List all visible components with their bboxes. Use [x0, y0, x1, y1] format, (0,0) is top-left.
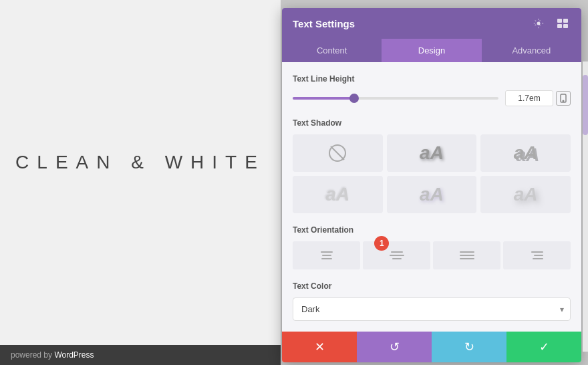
panel-title: Text Settings — [293, 18, 355, 29]
no-shadow-icon — [328, 144, 347, 162]
page-footer: powered by WordPress — [0, 345, 281, 365]
orient-option-center[interactable]: 1 — [363, 241, 430, 269]
shadow-option-2[interactable]: aA — [480, 134, 571, 172]
bottom-toolbar: ✕ ↺ ↻ ✓ — [282, 332, 581, 362]
orient-lines-justify — [460, 251, 474, 259]
device-toggle-icon[interactable] — [556, 91, 571, 106]
shadow-option-5[interactable]: aA — [480, 176, 571, 213]
shadow-option-1[interactable]: aA — [387, 134, 477, 172]
mobile-icon — [559, 94, 568, 103]
svg-point-6 — [563, 100, 564, 102]
layout-icon-button[interactable] — [555, 15, 571, 31]
save-button[interactable]: ✓ — [506, 332, 581, 362]
layout-icon — [557, 19, 568, 28]
orient-option-justify[interactable] — [433, 241, 500, 269]
text-shadow-label: Text Shadow — [293, 118, 571, 128]
slider-value-box — [505, 90, 571, 106]
tab-content[interactable]: Content — [282, 39, 382, 62]
redo-button[interactable]: ↻ — [432, 332, 506, 362]
shadow-option-none[interactable] — [293, 134, 383, 172]
svg-rect-2 — [563, 19, 568, 23]
slider-track[interactable] — [293, 97, 498, 100]
slider-thumb[interactable] — [349, 94, 359, 103]
undo-icon: ↺ — [390, 340, 400, 354]
orient-option-left[interactable] — [293, 241, 360, 269]
text-shadow-section: Text Shadow aA aA aA — [293, 118, 571, 213]
scrollbar-track — [583, 62, 588, 352]
panel-header-icons — [531, 15, 571, 31]
text-orientation-label: Text Orientation — [293, 225, 571, 235]
panel-header: Text Settings — [282, 8, 581, 39]
selection-badge: 1 — [374, 236, 389, 251]
tabs: Content Design Advanced — [282, 39, 581, 62]
text-color-select[interactable]: Dark Light Custom — [293, 297, 571, 321]
slider-fill — [293, 97, 354, 100]
text-settings-panel: Text Settings Content Design Advanced — [282, 8, 581, 362]
text-color-section: Text Color Dark Light Custom ▾ — [293, 281, 571, 321]
footer-link[interactable]: WordPress — [54, 350, 94, 360]
panel-body: Text Line Height — [282, 62, 581, 332]
save-icon: ✓ — [539, 340, 549, 354]
cancel-button[interactable]: ✕ — [282, 332, 357, 362]
cancel-icon: ✕ — [315, 340, 325, 354]
orient-lines-right — [531, 251, 543, 259]
tab-advanced[interactable]: Advanced — [482, 39, 581, 62]
orientation-row: 1 — [293, 241, 571, 269]
color-select-wrap: Dark Light Custom ▾ — [293, 297, 571, 321]
shadow-option-4[interactable]: aA — [387, 176, 477, 213]
redo-icon: ↻ — [464, 340, 474, 354]
orient-lines-left — [321, 251, 333, 259]
shadow-grid: aA aA aA aA aA — [293, 134, 571, 213]
text-color-label: Text Color — [293, 281, 571, 291]
orient-option-right[interactable] — [503, 241, 571, 269]
orient-lines-center — [390, 251, 404, 259]
undo-button[interactable]: ↺ — [357, 332, 432, 362]
svg-rect-4 — [563, 24, 568, 28]
line-height-slider-row — [293, 90, 571, 106]
tab-design[interactable]: Design — [382, 39, 481, 62]
svg-line-8 — [331, 146, 344, 160]
svg-rect-3 — [557, 24, 562, 28]
scrollbar-thumb[interactable] — [583, 75, 588, 135]
line-height-label: Text Line Height — [293, 74, 571, 84]
svg-rect-1 — [557, 19, 562, 23]
page-background: CLEAN & WHITE powered by WordPress — [0, 0, 281, 365]
text-line-height-section: Text Line Height — [293, 74, 571, 106]
text-orientation-section: Text Orientation 1 — [293, 225, 571, 269]
shadow-option-3[interactable]: aA — [293, 176, 383, 213]
settings-icon-button[interactable] — [531, 15, 547, 31]
line-height-value-input[interactable] — [505, 90, 553, 106]
page-title: CLEAN & WHITE — [15, 152, 265, 173]
settings-icon — [533, 18, 544, 29]
footer-text: powered by — [11, 350, 54, 360]
